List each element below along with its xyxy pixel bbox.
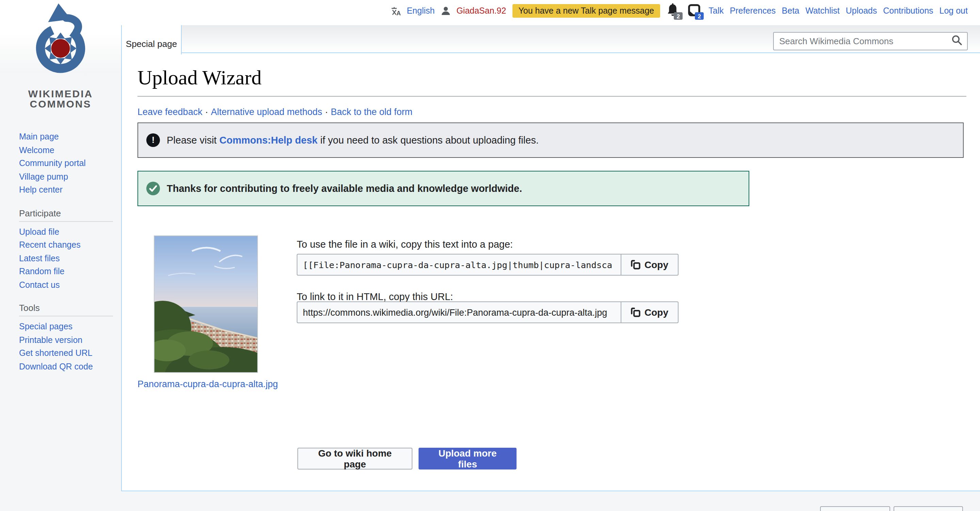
- sidebar-item-random-file[interactable]: Random file: [19, 265, 121, 279]
- back-to-old-form-link[interactable]: Back to the old form: [331, 107, 412, 117]
- sidebar-item-upload-file[interactable]: Upload file: [19, 226, 121, 239]
- footer-button-partial-1[interactable]: [820, 506, 890, 511]
- sidebar-item-community-portal[interactable]: Community portal: [19, 157, 121, 170]
- commons-logo-icon: [19, 3, 102, 86]
- notice-message: ! Please visit Commons:Help desk if you …: [137, 122, 964, 158]
- logout-link[interactable]: Log out: [940, 6, 968, 16]
- help-desk-link[interactable]: Commons:Help desk: [220, 134, 318, 145]
- sidebar-item-welcome[interactable]: Welcome: [19, 144, 121, 157]
- separator-dot: ·: [205, 107, 208, 117]
- copy-wikitext-button[interactable]: Copy: [620, 254, 679, 275]
- tab-special-page[interactable]: Special page: [121, 25, 182, 54]
- sidebar-item-get-shortened-url[interactable]: Get shortened URL: [19, 347, 121, 360]
- search-input[interactable]: [774, 36, 951, 46]
- sidebar: Main page Welcome Community portal Villa…: [0, 127, 121, 374]
- notice-text: Please visit Commons:Help desk if you ne…: [167, 134, 539, 145]
- sidebar-item-special-pages[interactable]: Special pages: [19, 320, 121, 334]
- wikitext-copy-widget: Copy: [297, 254, 679, 275]
- footer-button-partial-2[interactable]: [894, 506, 963, 511]
- sidebar-item-download-qr-code[interactable]: Download QR code: [19, 360, 121, 374]
- notice-icon: !: [146, 133, 160, 146]
- svg-text:A: A: [396, 10, 401, 16]
- username-link[interactable]: GiadaSan.92: [456, 6, 506, 16]
- search-icon[interactable]: [951, 34, 962, 48]
- search-box[interactable]: [773, 32, 968, 50]
- file-name-link[interactable]: Panorama-cupra-da-cupra-alta.jpg: [137, 379, 278, 389]
- html-link-label: To link to it in HTML, copy this URL:: [297, 291, 453, 302]
- talk-link[interactable]: Talk: [708, 6, 724, 16]
- page-title: Upload Wizard: [137, 66, 262, 89]
- sidebar-heading-tools: Tools: [19, 303, 113, 317]
- sidebar-item-latest-files[interactable]: Latest files: [19, 252, 121, 265]
- watchlist-link[interactable]: Watchlist: [805, 6, 840, 16]
- upload-more-files-button[interactable]: Upload more files: [418, 448, 517, 470]
- wikitext-field[interactable]: [297, 254, 621, 275]
- language-icon: A: [390, 6, 401, 16]
- wikimedia-commons-logo[interactable]: WIKIMEDIA COMMONS: [0, 0, 121, 109]
- sidebar-heading-participate: Participate: [19, 208, 113, 221]
- preferences-link[interactable]: Preferences: [730, 6, 776, 16]
- content-area: Upload Wizard Leave feedback·Alternative…: [121, 53, 980, 491]
- sidebar-item-recent-changes[interactable]: Recent changes: [19, 239, 121, 252]
- url-copy-widget: Copy: [297, 301, 679, 323]
- success-check-icon: [146, 181, 160, 195]
- uploads-link[interactable]: Uploads: [846, 6, 877, 16]
- personal-bar: A English GiadaSan.92 You have a new Tal…: [390, 3, 968, 19]
- success-message: Thanks for contributing to freely availa…: [137, 171, 749, 206]
- title-divider: [137, 96, 966, 96]
- messages-count-badge: 2: [695, 12, 704, 20]
- uploaded-file-thumbnail[interactable]: [154, 235, 258, 373]
- success-text: Thanks for contributing to freely availa…: [167, 183, 522, 194]
- user-icon: [441, 6, 450, 16]
- sidebar-item-contact-us[interactable]: Contact us: [19, 279, 121, 292]
- file-url-field[interactable]: [297, 301, 621, 323]
- panorama-photo: [154, 236, 257, 372]
- contributions-link[interactable]: Contributions: [883, 6, 933, 16]
- actions-row: Go to wiki home page Upload more files: [298, 448, 517, 470]
- page: A English GiadaSan.92 You have a new Tal…: [0, 0, 980, 511]
- logo-wordmark: WIKIMEDIA COMMONS: [0, 88, 121, 109]
- copy-icon: [631, 260, 640, 269]
- beta-link[interactable]: Beta: [782, 6, 799, 16]
- talk-message-banner[interactable]: You have a new Talk page message: [512, 4, 660, 18]
- copy-icon: [631, 307, 640, 317]
- messages-tray[interactable]: 2: [687, 3, 702, 18]
- alerts-bell[interactable]: 2: [666, 3, 681, 18]
- alerts-count-badge: 2: [674, 12, 682, 20]
- sidebar-item-village-pump[interactable]: Village pump: [19, 170, 121, 184]
- language-selector[interactable]: English: [407, 6, 434, 16]
- sidebar-item-main-page[interactable]: Main page: [19, 131, 121, 144]
- copy-url-button[interactable]: Copy: [620, 301, 679, 323]
- sidebar-item-help-center[interactable]: Help center: [19, 184, 121, 197]
- go-to-wiki-home-button[interactable]: Go to wiki home page: [298, 448, 412, 470]
- alternative-upload-methods-link[interactable]: Alternative upload methods: [211, 107, 322, 117]
- sidebar-item-printable-version[interactable]: Printable version: [19, 334, 121, 347]
- wiki-usage-label: To use the file in a wiki, copy this tex…: [297, 239, 513, 249]
- leave-feedback-link[interactable]: Leave feedback: [137, 107, 202, 117]
- feedback-links-row: Leave feedback·Alternative upload method…: [137, 107, 412, 117]
- separator-dot: ·: [325, 107, 328, 117]
